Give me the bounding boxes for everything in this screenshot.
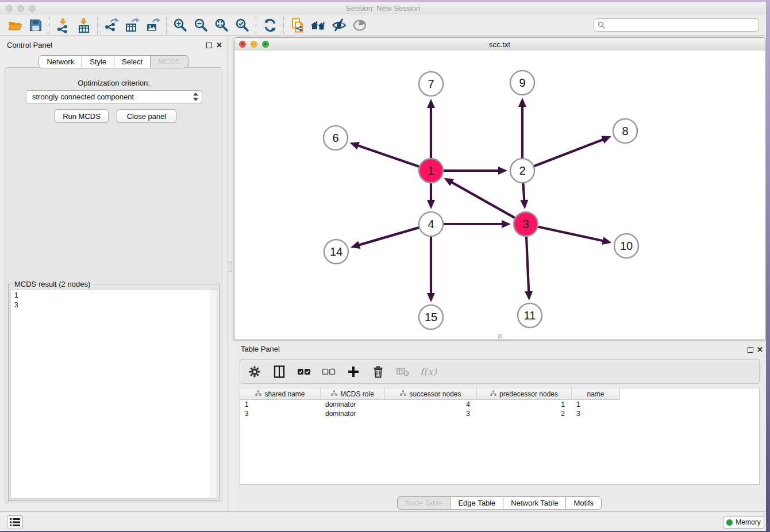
tab-select[interactable]: Select [114,55,151,68]
search-field[interactable] [594,18,759,32]
table-cell[interactable]: 4 [385,400,477,409]
export-image-icon[interactable] [143,16,163,34]
run-mcds-button[interactable]: Run MCDS [55,109,109,123]
column-header-predecessor-nodes[interactable]: predecessor nodes [477,388,572,400]
edge-3-11[interactable] [526,236,529,294]
edge-3-1[interactable] [450,182,515,218]
memory-button[interactable]: Memory [723,516,764,529]
window-title: Session: New Session [0,4,766,13]
table-settings-icon[interactable] [247,364,262,379]
zoom-fit-icon[interactable] [211,16,232,34]
network-window-titlebar[interactable]: × − + scc.txt [234,38,765,51]
tab-network-table[interactable]: Network Table [503,496,566,510]
table-cell[interactable]: 3 [385,409,477,418]
zoom-in-icon[interactable] [170,16,191,34]
panel-splitter[interactable] [228,36,234,511]
edge-2-8[interactable] [534,139,605,167]
home-icon[interactable] [308,16,329,34]
node-label-11: 11 [524,309,536,322]
node-label-3: 3 [522,218,529,230]
control-panel-float-icon[interactable] [206,43,212,48]
tab-network[interactable]: Network [38,55,82,68]
node-label-9: 9 [519,76,525,89]
tab-style[interactable]: Style [82,55,114,68]
duplicate-network-icon[interactable] [287,16,308,34]
mcds-result-text: 1 3 [11,290,217,311]
table-panel-close-icon[interactable]: ✕ [757,346,763,353]
zoom-out-icon[interactable] [191,16,211,34]
deselect-all-icon[interactable] [321,364,336,379]
edge-2-3[interactable] [523,183,524,202]
column-sort-icon [331,390,337,398]
delete-table-icon [395,364,410,379]
tab-node-table[interactable]: Node Table [397,496,451,510]
table-cell[interactable]: 1 [240,400,321,409]
table-cell[interactable]: 1 [572,400,620,409]
select-all-icon[interactable] [297,364,311,379]
edge-arrow-3-10 [602,237,611,245]
table-cell[interactable]: 3 [572,409,620,418]
column-header-label: name [587,390,604,398]
hide-eye-icon[interactable] [329,16,349,34]
import-network-icon[interactable] [53,16,74,34]
column-header-shared-name[interactable]: shared name [240,388,321,400]
criterion-select[interactable]: strongly connected component [26,90,202,103]
search-input[interactable] [608,20,759,30]
toolbar-separator [97,17,98,34]
export-network-icon[interactable] [101,16,122,34]
node-label-8: 8 [622,125,628,137]
close-panel-button[interactable]: Close panel [117,109,176,123]
node-label-14: 14 [330,245,342,258]
task-history-button[interactable] [7,515,23,529]
network-window-grip[interactable] [498,334,502,338]
edge-3-10[interactable] [538,226,605,241]
node-table[interactable]: shared nameMCDS rolesuccessor nodesprede… [240,388,760,485]
column-header-label: shared name [264,390,305,398]
delete-column-icon[interactable] [371,364,386,379]
table-cell[interactable]: dominator [321,400,385,409]
edge-arrow-1-4 [427,200,435,209]
table-body: 1dominator4113dominator323 [240,400,759,418]
control-panel-close-icon[interactable]: ✕ [216,41,222,49]
network-graph[interactable]: 1234678910111415 [234,51,765,340]
table-row[interactable]: 1dominator411 [240,400,759,409]
zoom-selected-icon[interactable] [232,16,253,34]
tab-motifs[interactable]: Motifs [565,496,602,510]
table-cell[interactable]: dominator [321,409,385,418]
desktop-edge-right [766,0,770,532]
edge-1-6[interactable] [356,145,419,167]
mcds-result-textarea[interactable]: 1 3 [10,289,217,499]
refresh-icon[interactable] [260,16,280,34]
column-header-name[interactable]: name [572,388,620,400]
search-icon [598,21,606,29]
open-session-icon[interactable] [5,16,25,34]
edge-arrow-2-8 [601,136,611,144]
table-cell[interactable]: 1 [477,400,572,409]
column-header-MCDS-role[interactable]: MCDS role [321,388,385,400]
column-header-label: MCDS role [340,390,374,398]
mcds-result-title: MCDS result (2 nodes) [12,280,93,288]
network-canvas[interactable]: 1234678910111415 [234,51,765,340]
table-panel-float-icon[interactable] [748,347,753,353]
toolbar-separator [283,17,284,34]
toolbar-separator [256,17,257,34]
export-table-icon[interactable] [122,16,143,34]
mcds-result-scrollbar[interactable] [210,290,217,498]
node-label-4: 4 [428,218,434,230]
table-row[interactable]: 3dominator323 [240,409,759,418]
table-cell[interactable]: 2 [477,409,572,418]
tab-mcds[interactable]: MCDS [150,55,188,68]
import-table-icon[interactable] [74,16,94,34]
tab-edge-table[interactable]: Edge Table [450,496,503,510]
table-header-row: shared nameMCDS rolesuccessor nodesprede… [240,388,759,400]
table-cell[interactable]: 3 [240,409,321,418]
column-header-successor-nodes[interactable]: successor nodes [385,388,477,400]
column-header-label: successor nodes [409,390,461,398]
column-header-label: predecessor nodes [499,390,558,398]
two-columns-icon[interactable] [272,364,287,379]
mcds-result-group: MCDS result (2 nodes) 1 3 [8,284,220,501]
save-session-icon[interactable] [25,16,46,34]
add-column-icon[interactable] [346,364,361,379]
edge-4-14[interactable] [357,228,419,246]
splitter-grip[interactable] [229,261,232,272]
